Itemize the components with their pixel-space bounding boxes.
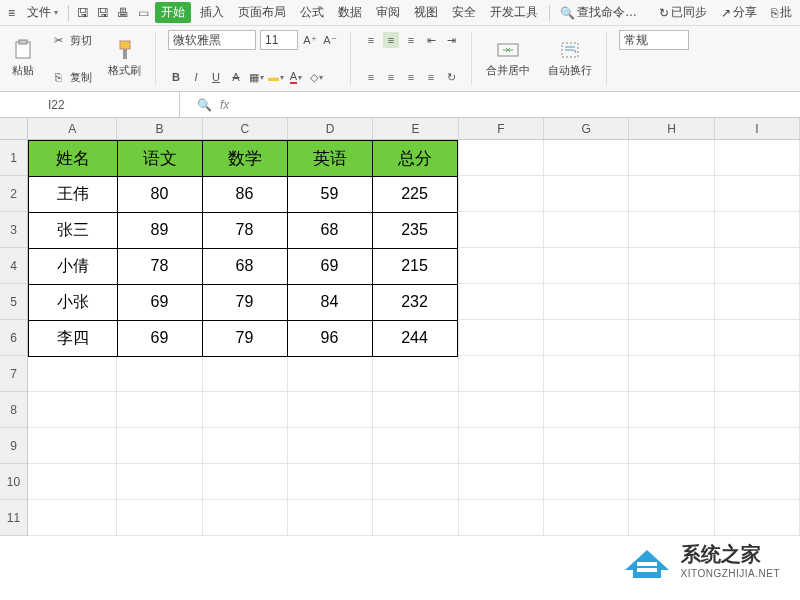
table-cell[interactable]: 王伟 [28, 176, 118, 213]
row-header-4[interactable]: 4 [0, 248, 27, 284]
cell[interactable] [629, 212, 714, 248]
col-header-B[interactable]: B [117, 118, 202, 139]
table-header[interactable]: 总分 [372, 140, 458, 177]
table-cell[interactable]: 59 [287, 176, 373, 213]
cell[interactable] [28, 464, 117, 500]
table-cell[interactable]: 89 [117, 212, 203, 249]
number-format-select[interactable]: 常规 [619, 30, 689, 50]
tab-layout[interactable]: 页面布局 [233, 2, 291, 23]
fill-color-icon[interactable]: ▬▾ [268, 69, 284, 85]
cell[interactable] [459, 212, 544, 248]
cell[interactable] [629, 392, 714, 428]
cell[interactable] [544, 320, 629, 356]
cell[interactable] [373, 500, 458, 536]
col-header-H[interactable]: H [629, 118, 714, 139]
cell[interactable] [629, 464, 714, 500]
cell[interactable] [203, 500, 288, 536]
cell[interactable] [544, 464, 629, 500]
cell[interactable] [459, 140, 544, 176]
cell[interactable] [715, 140, 800, 176]
name-box[interactable]: I22 [0, 92, 180, 117]
table-cell[interactable]: 78 [117, 248, 203, 285]
wrap-text-button[interactable]: 自动换行 [542, 30, 598, 87]
row-header-10[interactable]: 10 [0, 464, 27, 500]
indent-right-icon[interactable]: ⇥ [443, 32, 459, 48]
cell[interactable] [117, 428, 202, 464]
font-size-select[interactable]: 11 [260, 30, 298, 50]
cells-area[interactable]: 姓名语文数学英语总分王伟808659225张三897868235小倩786869… [28, 140, 800, 536]
cell[interactable] [203, 428, 288, 464]
table-cell[interactable]: 96 [287, 320, 373, 357]
cell[interactable] [459, 500, 544, 536]
table-cell[interactable]: 78 [202, 212, 288, 249]
print-icon[interactable]: 🖶 [115, 5, 131, 21]
file-menu[interactable]: 文件▾ [23, 2, 62, 23]
cell[interactable] [459, 464, 544, 500]
col-header-D[interactable]: D [288, 118, 373, 139]
fx-label[interactable]: fx [220, 98, 229, 112]
cell[interactable] [715, 500, 800, 536]
cell[interactable] [288, 392, 373, 428]
row-header-1[interactable]: 1 [0, 140, 27, 176]
cell[interactable] [117, 356, 202, 392]
cell[interactable] [544, 356, 629, 392]
cell[interactable] [28, 500, 117, 536]
cell[interactable] [715, 248, 800, 284]
cell[interactable] [459, 248, 544, 284]
table-cell[interactable]: 232 [372, 284, 458, 321]
align-left-icon[interactable]: ≡ [363, 69, 379, 85]
cell[interactable] [629, 248, 714, 284]
border-icon[interactable]: ▦▾ [248, 69, 264, 85]
format-painter-button[interactable]: 格式刷 [102, 30, 147, 87]
cell[interactable] [373, 428, 458, 464]
cell[interactable] [629, 320, 714, 356]
strike-icon[interactable]: A [228, 69, 244, 85]
cell[interactable] [544, 176, 629, 212]
share-button[interactable]: ↗分享 [717, 2, 761, 23]
row-header-7[interactable]: 7 [0, 356, 27, 392]
cell[interactable] [117, 464, 202, 500]
cell[interactable] [28, 356, 117, 392]
cell[interactable] [629, 176, 714, 212]
row-header-11[interactable]: 11 [0, 500, 27, 536]
cell[interactable] [629, 284, 714, 320]
cell[interactable] [629, 140, 714, 176]
orientation-icon[interactable]: ↻ [443, 69, 459, 85]
cell[interactable] [203, 464, 288, 500]
align-justify-icon[interactable]: ≡ [423, 69, 439, 85]
table-cell[interactable]: 张三 [28, 212, 118, 249]
cell[interactable] [715, 464, 800, 500]
cell[interactable] [117, 500, 202, 536]
align-top-icon[interactable]: ≡ [363, 32, 379, 48]
cell[interactable] [373, 464, 458, 500]
table-cell[interactable]: 69 [117, 284, 203, 321]
cell[interactable] [459, 320, 544, 356]
copy-button[interactable]: ⎘复制 [50, 67, 92, 87]
tab-security[interactable]: 安全 [447, 2, 481, 23]
row-header-3[interactable]: 3 [0, 212, 27, 248]
col-header-E[interactable]: E [373, 118, 458, 139]
shrink-font-icon[interactable]: A⁻ [322, 32, 338, 48]
cell[interactable] [288, 500, 373, 536]
cell[interactable] [629, 356, 714, 392]
cut-button[interactable]: ✂剪切 [50, 30, 92, 50]
cell[interactable] [544, 212, 629, 248]
cell[interactable] [459, 284, 544, 320]
cell[interactable] [544, 248, 629, 284]
merge-center-button[interactable]: 合并居中 [480, 30, 536, 87]
row-header-6[interactable]: 6 [0, 320, 27, 356]
cell[interactable] [459, 392, 544, 428]
tab-dev[interactable]: 开发工具 [485, 2, 543, 23]
cell[interactable] [715, 392, 800, 428]
cell[interactable] [288, 464, 373, 500]
table-cell[interactable]: 80 [117, 176, 203, 213]
cell[interactable] [459, 356, 544, 392]
tab-view[interactable]: 视图 [409, 2, 443, 23]
table-cell[interactable]: 69 [117, 320, 203, 357]
cell[interactable] [203, 392, 288, 428]
cell[interactable] [544, 428, 629, 464]
table-cell[interactable]: 244 [372, 320, 458, 357]
font-color-icon[interactable]: A▾ [288, 69, 304, 85]
cell[interactable] [715, 176, 800, 212]
clear-format-icon[interactable]: ◇▾ [308, 69, 324, 85]
